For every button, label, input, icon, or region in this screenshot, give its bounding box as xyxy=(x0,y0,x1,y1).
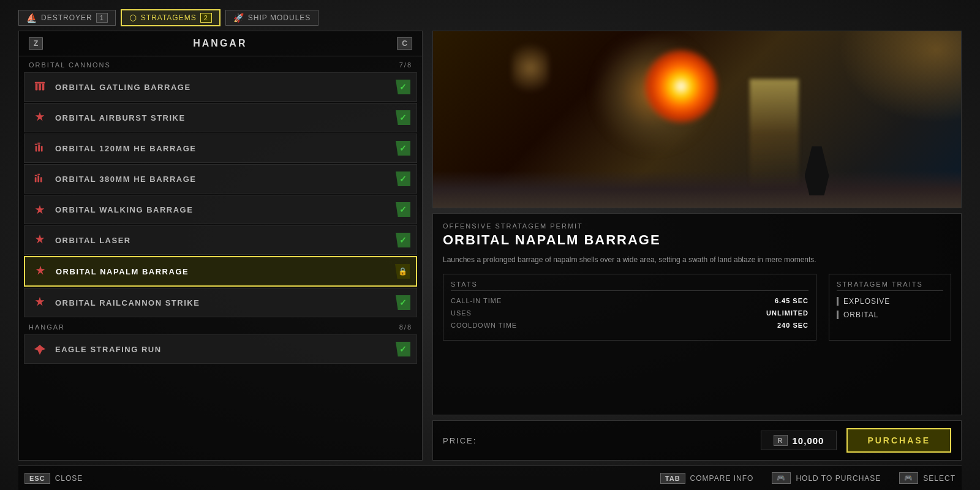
nav-stratagems-label: STRATAGEMS xyxy=(141,13,197,22)
info-desc: Launches a prolonged barrage of napalm s… xyxy=(443,254,951,265)
gamepad-key-1: 🎮 xyxy=(772,472,791,484)
svg-rect-13 xyxy=(35,175,37,176)
lock-icon: 🔒 xyxy=(398,267,407,276)
price-label: PRICE: xyxy=(443,436,477,445)
item-label-laser: ORBITAL LASER xyxy=(55,236,390,245)
item-check-airburst: ✓ xyxy=(396,110,410,125)
stat-callin-key: CALL-IN TIME xyxy=(451,297,502,304)
svg-marker-4 xyxy=(36,112,45,121)
nav-ship-modules-label: SHIP MODULES xyxy=(248,13,311,22)
nav-destroyer[interactable]: ⛵ DESTROYER 1 xyxy=(18,10,116,26)
item-check-walking: ✓ xyxy=(396,202,410,217)
nav-stratagems-number: 2 xyxy=(200,13,212,23)
list-item-airburst[interactable]: ORBITAL AIRBURST STRIKE ✓ xyxy=(24,103,417,132)
section-orbital-cannons-label: ORBITAL CANNONS xyxy=(29,61,111,69)
item-check-120mm: ✓ xyxy=(396,141,410,156)
right-panel: OFFENSIVE STRATAGEM PERMIT ORBITAL NAPAL… xyxy=(432,31,962,461)
purchase-row: PRICE: R 10,000 PURCHASE xyxy=(432,420,962,461)
figure-silhouette xyxy=(805,146,829,195)
stat-cooldown-val: 240 SEC xyxy=(777,322,809,329)
stat-callin-val: 6.45 SEC xyxy=(775,297,809,304)
item-icon-eagle xyxy=(31,340,49,358)
section-hangar-header: HANGAR 8/8 xyxy=(19,318,422,333)
item-label-eagle: EAGLE STRAFING RUN xyxy=(55,345,390,354)
item-label-walking: ORBITAL WALKING BARRAGE xyxy=(55,205,390,214)
svg-rect-0 xyxy=(36,84,38,91)
svg-rect-1 xyxy=(39,84,41,91)
svg-rect-2 xyxy=(42,84,45,91)
trait-orbital: ORBITAL xyxy=(837,311,943,319)
stat-callin: CALL-IN TIME 6.45 SEC xyxy=(451,297,809,304)
svg-rect-6 xyxy=(38,145,40,152)
check-icon-2: ✓ xyxy=(399,113,407,123)
trait-orbital-label: ORBITAL xyxy=(843,311,878,319)
nav-ship-modules[interactable]: 🚀 SHIP MODULES xyxy=(225,10,318,26)
hold-purchase-label: HOLD TO PURCHASE xyxy=(796,474,881,483)
item-icon-laser xyxy=(31,231,49,249)
info-name: ORBITAL NAPALM BARRAGE xyxy=(443,232,951,248)
svg-rect-12 xyxy=(40,177,42,182)
item-label-gatling: ORBITAL GATLING BARRAGE xyxy=(55,83,390,92)
list-item-laser[interactable]: ORBITAL LASER ✓ xyxy=(24,225,417,255)
check-icon-3: ✓ xyxy=(399,143,407,153)
svg-marker-16 xyxy=(36,235,45,244)
orbital-cannons-list: ORBITAL GATLING BARRAGE ✓ ORBITAL AIRBUR… xyxy=(19,71,422,318)
section-hangar-label: HANGAR xyxy=(29,323,65,331)
item-label-airburst: ORBITAL AIRBURST STRIKE xyxy=(55,113,390,123)
item-label-napalm: ORBITAL NAPALM BARRAGE xyxy=(56,267,389,276)
stats-section: STATS CALL-IN TIME 6.45 SEC USES UNLIMIT… xyxy=(443,274,816,341)
item-check-380mm: ✓ xyxy=(396,172,410,186)
traits-section: STRATAGEM TRAITS EXPLOSIVE ORBITAL xyxy=(829,274,951,341)
stat-uses-val: UNLIMITED xyxy=(766,309,809,317)
bottom-select: 🎮 SELECT xyxy=(899,472,956,484)
item-icon-railcannon xyxy=(31,293,49,312)
item-icon-airburst xyxy=(31,108,49,127)
check-icon-7: ✓ xyxy=(399,298,407,307)
nav-stratagems[interactable]: ⬡ STRATAGEMS 2 xyxy=(121,9,221,26)
trait-bar-2 xyxy=(837,311,839,319)
section-orbital-cannons-count: 7/8 xyxy=(399,61,412,69)
check-icon: ✓ xyxy=(399,82,407,92)
compare-label: COMPARE INFO xyxy=(690,474,754,483)
list-item-walking-barrage[interactable]: ORBITAL WALKING BARRAGE ✓ xyxy=(24,195,417,224)
stratagems-icon: ⬡ xyxy=(129,13,137,23)
list-item-380mm[interactable]: ORBITAL 380MM HE BARRAGE ✓ xyxy=(24,164,417,194)
trait-explosive-label: EXPLOSIVE xyxy=(843,297,890,306)
svg-rect-7 xyxy=(41,146,43,151)
svg-rect-9 xyxy=(37,143,40,144)
svg-rect-5 xyxy=(36,146,37,151)
svg-marker-17 xyxy=(36,266,45,275)
stat-cooldown-key: COOLDOWN TIME xyxy=(451,322,517,329)
esc-key[interactable]: ESC xyxy=(24,473,50,484)
item-label-380mm: ORBITAL 380MM HE BARRAGE xyxy=(55,175,390,184)
list-item-gatling-barrage[interactable]: ORBITAL GATLING BARRAGE ✓ xyxy=(24,72,417,102)
list-item-napalm[interactable]: ORBITAL NAPALM BARRAGE 🔒 xyxy=(24,256,417,287)
panel-key-z[interactable]: Z xyxy=(29,37,43,50)
item-check-railcannon: ✓ xyxy=(396,295,410,310)
panel-key-c[interactable]: C xyxy=(397,37,412,50)
ship-icon: 🚀 xyxy=(233,13,244,23)
list-item-120mm[interactable]: ORBITAL 120MM HE BARRAGE ✓ xyxy=(24,134,417,163)
check-icon-8: ✓ xyxy=(399,344,407,354)
ground-rocks xyxy=(433,171,961,208)
close-label: CLOSE xyxy=(55,474,83,483)
purchase-button[interactable]: PURCHASE xyxy=(846,428,951,453)
select-label: SELECT xyxy=(923,474,956,483)
svg-marker-18 xyxy=(36,297,45,306)
tab-key[interactable]: TAB xyxy=(660,473,685,484)
item-lock-napalm: 🔒 xyxy=(395,264,410,279)
stats-traits-row: STATS CALL-IN TIME 6.45 SEC USES UNLIMIT… xyxy=(443,274,951,341)
item-icon-gatling xyxy=(31,78,49,96)
item-icon-120mm xyxy=(31,139,49,157)
nav-destroyer-label: DESTROYER xyxy=(41,13,92,22)
gamepad-key-2: 🎮 xyxy=(899,472,918,484)
info-permit: OFFENSIVE STRATAGEM PERMIT xyxy=(443,222,951,230)
destroyer-icon: ⛵ xyxy=(26,13,37,23)
list-item-eagle-strafing[interactable]: EAGLE STRAFING RUN ✓ xyxy=(24,334,417,364)
currency-icon: R xyxy=(774,435,788,446)
item-label-railcannon: ORBITAL RAILCANNON STRIKE xyxy=(55,298,390,307)
item-icon-walking xyxy=(31,200,49,219)
check-icon-4: ✓ xyxy=(399,174,407,184)
list-item-railcannon[interactable]: ORBITAL RAILCANNON STRIKE ✓ xyxy=(24,288,417,317)
hangar-list: EAGLE STRAFING RUN ✓ xyxy=(19,333,422,365)
